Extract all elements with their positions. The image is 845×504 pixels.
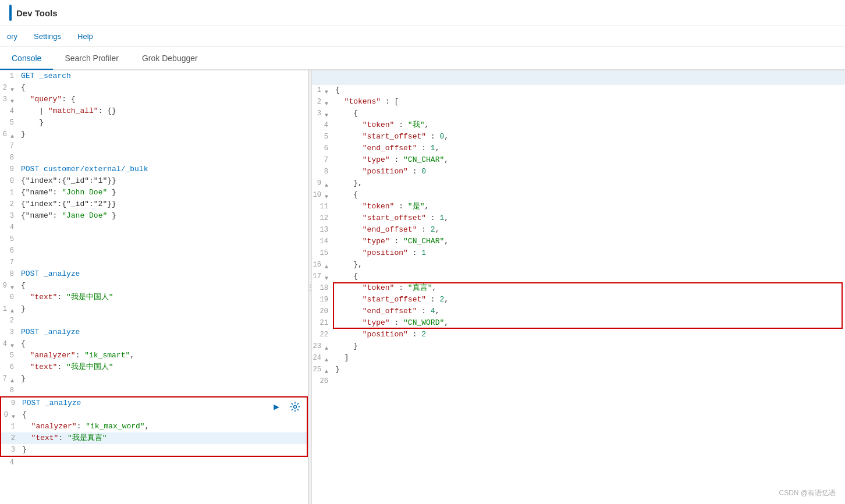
editor-line-7: 7 <box>0 140 308 152</box>
editor-line-6: 6▲ } <box>0 129 308 140</box>
result-line-5: 5 "start_offset" : 0, <box>312 131 845 143</box>
editor-line-9: 9 POST customer/external/_bulk <box>0 164 308 175</box>
editor-line-18: 8 POST _analyze <box>0 268 308 280</box>
editor-line-25: 5 "analyzer": "ik_smart", <box>0 350 308 361</box>
nav-item-ory[interactable]: ory <box>5 26 20 47</box>
editor-line-8: 8 <box>0 152 308 164</box>
highlighted-block: ▶ 9 POST _analyze 0▼ { <box>0 396 308 457</box>
editor-line-28: 8 <box>0 385 308 396</box>
fold-icon[interactable]: ▼ <box>321 87 328 94</box>
fold-icon[interactable]: ▼ <box>321 191 328 198</box>
nav-item-settings[interactable]: Settings <box>31 26 63 47</box>
editor-line-3: 3▼ "query": { <box>0 94 308 105</box>
block-toolbar: ▶ <box>269 400 302 414</box>
editor-line-34: 4 <box>0 457 308 468</box>
fold-icon[interactable]: ▲ <box>321 366 328 373</box>
editor-line-24: 4▼ { <box>0 338 308 350</box>
top-bar: Dev Tools <box>0 0 845 26</box>
fold-icon[interactable]: ▼ <box>7 84 14 91</box>
result-line-9: 9▲ }, <box>312 178 845 189</box>
main-area: 1 GET _search 2▼ { 3▼ "query": { 4 | "ma… <box>0 70 845 504</box>
result-line-13: 13 "end_offset" : 2, <box>312 224 845 236</box>
editor-line-11: 1 {"name": "John Doe" } <box>0 187 308 198</box>
editor-line-12: 2 {"index":{"_id":"2"}} <box>0 198 308 210</box>
editor-line-16: 6 <box>0 245 308 257</box>
fold-icon[interactable]: ▼ <box>7 340 14 347</box>
editor-line-2: 2▼ { <box>0 82 308 94</box>
result-line-16: 16▲ }, <box>312 259 845 271</box>
fold-icon[interactable]: ▼ <box>321 273 328 280</box>
editor-line-19: 9▼ { <box>0 280 308 292</box>
editor-line-20: 0 "text": "我是中国人" <box>0 292 308 303</box>
fold-icon[interactable]: ▲ <box>7 131 14 138</box>
result-line-7: 7 "type" : "CN_CHAR", <box>312 154 845 166</box>
highlighted-line-5: 3 } <box>1 444 307 456</box>
result-line-17: 17▼ { <box>312 271 845 282</box>
result-header <box>312 70 845 84</box>
result-line-12: 12 "start_offset" : 1, <box>312 212 845 224</box>
tab-search-profiler[interactable]: Search Profiler <box>53 48 130 70</box>
tab-bar: Console Search Profiler Grok Debugger <box>0 47 845 70</box>
tab-grok-debugger[interactable]: Grok Debugger <box>130 48 210 70</box>
fold-icon[interactable]: ▲ <box>7 375 14 382</box>
result-line-21: 21 "type" : "CN_WORD", <box>312 317 845 329</box>
accent-bar <box>9 5 12 21</box>
fold-icon[interactable]: ▼ <box>7 282 14 289</box>
result-line-6: 6 "end_offset" : 1, <box>312 143 845 154</box>
editor-line-27: 7▲ } <box>0 373 308 385</box>
result-panel[interactable]: 1▼ { 2▼ "tokens" : [ 3▼ { 4 "token" : "我… <box>312 70 845 504</box>
result-line-2: 2▼ "tokens" : [ <box>312 96 845 108</box>
red-box-wrapper: 18 "token" : "真言", 19 "start_offset" : 2… <box>312 282 845 329</box>
settings-button[interactable] <box>288 400 302 414</box>
editor-line-26: 6 "text": "我是中国人" <box>0 361 308 373</box>
result-line-19: 19 "start_offset" : 2, <box>312 294 845 306</box>
result-line-8: 8 "position" : 0 <box>312 166 845 178</box>
svg-point-0 <box>294 406 297 409</box>
editor-line-23: 3 POST _analyze <box>0 326 308 338</box>
editor-line-10: 0 {"index":{"_id":"1"}} <box>0 175 308 187</box>
result-line-15: 15 "position" : 1 <box>312 247 845 259</box>
nav-item-help[interactable]: Help <box>75 26 95 47</box>
highlighted-line-3: 1 "analyzer": "ik_max_word", <box>1 421 307 432</box>
fold-icon[interactable]: ▲ <box>7 306 14 313</box>
nav-bar: ory Settings Help <box>0 26 845 47</box>
editor-line-14: 4 <box>0 222 308 233</box>
fold-icon[interactable]: ▲ <box>321 354 328 361</box>
editor-line-1: 1 GET _search <box>0 70 308 82</box>
highlighted-line-2: 0▼ { <box>1 409 307 421</box>
result-line-14: 14 "type" : "CN_CHAR", <box>312 236 845 247</box>
editor-line-13: 3 {"name": "Jane Doe" } <box>0 210 308 222</box>
fold-icon[interactable]: ▼ <box>321 98 328 105</box>
highlighted-line-4: 2 "text": "我是真言" <box>1 432 307 444</box>
result-line-1: 1▼ { <box>312 84 845 96</box>
fold-icon[interactable]: ▲ <box>321 343 328 350</box>
result-line-18: 18 "token" : "真言", <box>312 282 845 294</box>
highlighted-line-1: 9 POST _analyze <box>1 397 307 409</box>
result-line-26: 26 <box>312 375 845 387</box>
editor-line-4: 4 | "match_all": {} <box>0 105 308 117</box>
result-line-25: 25▲ } <box>312 364 845 375</box>
fold-icon[interactable]: ▼ <box>7 96 14 103</box>
result-line-3: 3▼ { <box>312 108 845 119</box>
result-line-24: 24▲ ] <box>312 352 845 364</box>
result-line-11: 11 "token" : "是", <box>312 201 845 212</box>
app-title: Dev Tools <box>16 8 58 18</box>
editor-line-5: 5 } <box>0 117 308 129</box>
tab-console[interactable]: Console <box>0 48 53 70</box>
run-button[interactable]: ▶ <box>269 400 283 414</box>
editor-line-22: 2 <box>0 315 308 326</box>
result-line-20: 20 "end_offset" : 4, <box>312 306 845 317</box>
editor-line-17: 7 <box>0 257 308 268</box>
fold-icon[interactable]: ▲ <box>321 261 328 268</box>
editor-panel[interactable]: 1 GET _search 2▼ { 3▼ "query": { 4 | "ma… <box>0 70 308 504</box>
result-line-10: 10▼ { <box>312 189 845 201</box>
result-line-4: 4 "token" : "我", <box>312 119 845 131</box>
fold-icon[interactable]: ▼ <box>321 110 328 117</box>
editor-line-15: 5 <box>0 233 308 245</box>
fold-icon[interactable]: ▲ <box>321 180 328 187</box>
fold-icon[interactable]: ▼ <box>8 411 15 418</box>
editor-line-21: 1▲ } <box>0 303 308 315</box>
result-panel-inner: 1▼ { 2▼ "tokens" : [ 3▼ { 4 "token" : "我… <box>312 84 845 387</box>
result-line-23: 23▲ } <box>312 340 845 352</box>
result-line-22: 22 "position" : 2 <box>312 329 845 340</box>
